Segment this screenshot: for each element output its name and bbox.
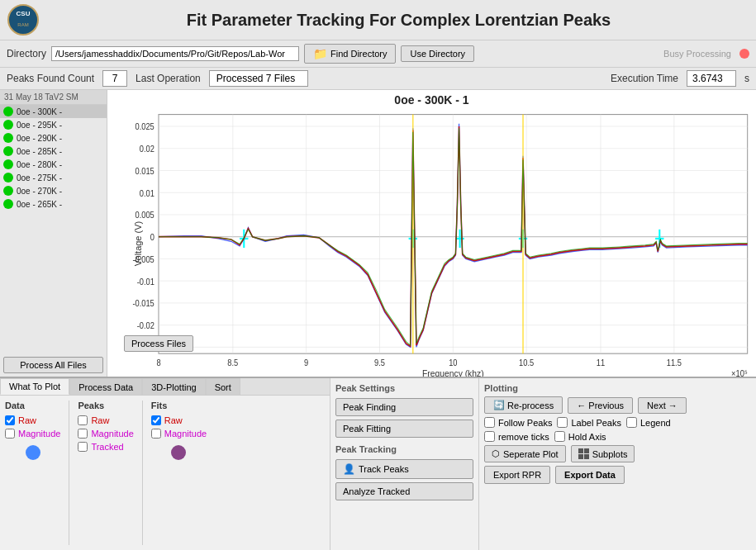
peaks-raw-checkbox[interactable]: [78, 415, 88, 425]
svg-text:0.025: 0.025: [136, 122, 155, 131]
bottom-tabs: What To Plot Process Data 3D-Plotting So…: [0, 378, 330, 396]
last-op-label: Last Operation: [136, 73, 201, 84]
remove-ticks-label[interactable]: remove ticks: [484, 431, 549, 442]
tab-3d-plotting[interactable]: 3D-Plotting: [142, 378, 205, 395]
process-all-button[interactable]: Process All Files: [3, 357, 103, 373]
sidebar-item-1[interactable]: 0oe - 295K -: [0, 118, 107, 131]
remove-ticks-checkbox[interactable]: [484, 431, 495, 442]
data-raw-row: Raw: [5, 415, 60, 425]
sidebar-item-0[interactable]: 0oe - 300K -: [0, 105, 107, 118]
svg-text:8: 8: [156, 358, 160, 367]
reprocess-button[interactable]: 🔄 Re-process: [484, 396, 563, 414]
sidebar-label-7: 0oe - 265K -: [17, 200, 62, 209]
sidebar-item-4[interactable]: 0oe - 280K -: [0, 158, 107, 171]
sidebar-label-1: 0oe - 295K -: [17, 121, 62, 130]
sidebar-item-2[interactable]: 0oe - 290K -: [0, 131, 107, 145]
next-button[interactable]: Next →: [638, 397, 687, 414]
svg-text:0.015: 0.015: [136, 167, 155, 176]
sidebar-dot-0: [3, 107, 13, 116]
svg-text:11.5: 11.5: [667, 358, 682, 367]
data-magnitude-checkbox[interactable]: [5, 429, 15, 439]
sidebar-label-5: 0oe - 275K -: [17, 173, 62, 183]
directory-input[interactable]: [51, 46, 299, 61]
col-divider-1: [69, 401, 69, 545]
sidebar-label-2: 0oe - 290K -: [17, 134, 62, 143]
bottom-panel: What To Plot Process Data 3D-Plotting So…: [0, 377, 756, 550]
label-peaks-label[interactable]: Label Peaks: [557, 417, 621, 428]
toolbar: Directory 📁 Find Directory Use Directory…: [0, 40, 756, 68]
svg-text:9.5: 9.5: [374, 358, 385, 367]
peak-finding-button[interactable]: Peak Finding: [335, 398, 473, 416]
fits-raw-label: Raw: [164, 415, 183, 425]
find-directory-button[interactable]: 📁 Find Directory: [304, 44, 396, 64]
sidebar-dot-4: [3, 159, 13, 169]
sidebar-label-6: 0oe - 270K -: [17, 187, 62, 196]
sidebar-items: 0oe - 300K - 0oe - 295K - 0oe - 290K - 0…: [0, 105, 107, 353]
peak-tracking-label: Peak Tracking: [335, 444, 473, 454]
follow-peaks-label[interactable]: Follow Peaks: [484, 417, 552, 428]
directory-label: Directory: [7, 48, 46, 59]
bottom-left: What To Plot Process Data 3D-Plotting So…: [0, 378, 330, 550]
export-data-button[interactable]: Export Data: [555, 466, 625, 484]
sidebar-item-3[interactable]: 0oe - 285K -: [0, 145, 107, 158]
tab-process-data[interactable]: Process Data: [69, 378, 142, 395]
peak-settings-label: Peak Settings: [335, 383, 473, 393]
checkbox-row-1: Follow Peaks Label Peaks Legend: [484, 417, 751, 428]
sidebar-dot-3: [3, 146, 13, 156]
exec-time-unit: s: [744, 73, 749, 84]
plot-title: 0oe - 300K - 1: [107, 90, 756, 110]
label-peaks-checkbox[interactable]: [557, 417, 568, 428]
peaks-magnitude-checkbox[interactable]: [78, 429, 88, 439]
col-divider-2: [142, 401, 143, 545]
tab-sort[interactable]: Sort: [206, 378, 240, 395]
fits-raw-checkbox[interactable]: [151, 415, 161, 425]
hold-axis-checkbox[interactable]: [554, 431, 565, 442]
sidebar-label-3: 0oe - 285K -: [17, 147, 62, 156]
svg-text:9: 9: [304, 358, 308, 367]
sidebar-header: 31 May 18 TaV2 SM: [0, 90, 107, 105]
sidebar-item-5[interactable]: 0oe - 275K -: [0, 171, 107, 184]
data-column: Data Raw Magnitude: [5, 401, 60, 545]
info-bar: Peaks Found Count 7 Last Operation Proce…: [0, 68, 756, 90]
sidebar: 31 May 18 TaV2 SM 0oe - 300K - 0oe - 295…: [0, 90, 107, 377]
follow-peaks-checkbox[interactable]: [484, 417, 495, 428]
fits-magnitude-row: Magnitude: [151, 429, 207, 439]
svg-text:0.005: 0.005: [136, 211, 155, 220]
peak-fitting-button[interactable]: Peak Fitting: [335, 420, 473, 438]
peaks-col-header: Peaks: [78, 401, 133, 410]
person-icon: 👤: [343, 463, 355, 475]
legend-label[interactable]: Legend: [626, 417, 671, 428]
plot-type-row: ⬡ Seperate Plot Subplots: [484, 445, 751, 462]
sidebar-dot-6: [3, 186, 13, 196]
track-peaks-button[interactable]: 👤 Track Peaks: [335, 459, 473, 479]
hold-axis-label[interactable]: Hold Axis: [554, 431, 606, 442]
peaks-tracked-label: Tracked: [91, 442, 123, 452]
fits-col-header: Fits: [151, 401, 207, 410]
sidebar-dot-7: [3, 199, 13, 209]
legend-checkbox[interactable]: [626, 417, 637, 428]
export-row: Export RPR Export Data: [484, 466, 751, 484]
fits-magnitude-checkbox[interactable]: [151, 429, 161, 439]
export-rpr-button[interactable]: Export RPR: [484, 466, 550, 484]
use-directory-button[interactable]: Use Directory: [401, 45, 474, 62]
svg-text:RAM: RAM: [17, 22, 28, 27]
svg-text:10: 10: [449, 358, 457, 367]
process-files-button[interactable]: Process Files: [124, 335, 193, 352]
sidebar-item-7[interactable]: 0oe - 265K -: [0, 197, 107, 211]
analyze-tracked-button[interactable]: Analyze Tracked: [335, 482, 473, 500]
sidebar-item-6[interactable]: 0oe - 270K -: [0, 184, 107, 197]
data-raw-checkbox[interactable]: [5, 415, 15, 425]
separate-plot-button[interactable]: ⬡ Seperate Plot: [484, 445, 566, 462]
sidebar-dot-5: [3, 173, 13, 183]
data-color-swatch: [26, 445, 40, 460]
peaks-tracked-checkbox[interactable]: [78, 442, 88, 452]
tab-what-to-plot[interactable]: What To Plot: [0, 378, 69, 395]
data-magnitude-label: Magnitude: [18, 429, 60, 439]
app-title: Fit Parameter Tracking For Complex Loren…: [48, 11, 749, 30]
previous-button[interactable]: ← Previous: [568, 397, 633, 414]
subplots-button[interactable]: Subplots: [571, 445, 635, 462]
y-axis-label: Voltage (V): [133, 220, 143, 265]
sidebar-dot-2: [3, 133, 13, 143]
peaks-raw-row: Raw: [78, 415, 133, 425]
svg-text:-0.01: -0.01: [137, 277, 155, 286]
